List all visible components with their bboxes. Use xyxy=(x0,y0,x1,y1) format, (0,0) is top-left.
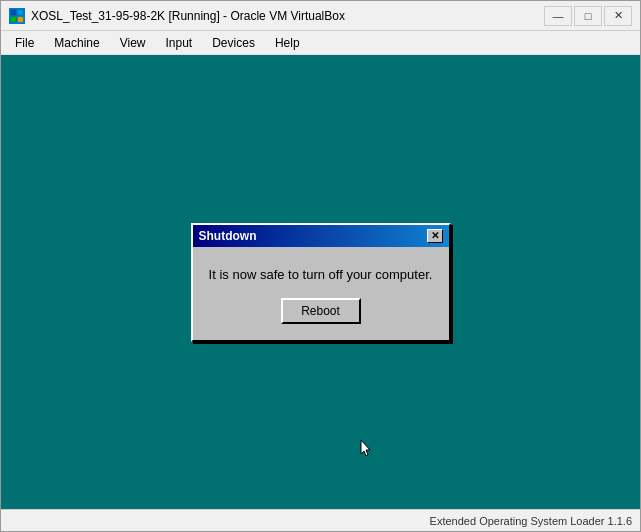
app-icon xyxy=(9,8,25,24)
minimize-button[interactable]: — xyxy=(544,6,572,26)
dialog-message: It is now safe to turn off your computer… xyxy=(209,267,433,282)
status-text: Extended Operating System Loader 1.1.6 xyxy=(430,515,632,527)
shutdown-dialog: Shutdown ✕ It is now safe to turn off yo… xyxy=(191,223,451,342)
close-button[interactable]: ✕ xyxy=(604,6,632,26)
svg-rect-1 xyxy=(18,10,23,15)
svg-rect-3 xyxy=(18,17,23,22)
maximize-button[interactable]: □ xyxy=(574,6,602,26)
vm-screen[interactable]: Shutdown ✕ It is now safe to turn off yo… xyxy=(1,55,640,509)
virtualbox-window: XOSL_Test_31-95-98-2K [Running] - Oracle… xyxy=(0,0,641,532)
window-controls: — □ ✕ xyxy=(544,6,632,26)
dialog-overlay: Shutdown ✕ It is now safe to turn off yo… xyxy=(1,55,640,509)
menu-devices[interactable]: Devices xyxy=(202,32,265,54)
menu-view[interactable]: View xyxy=(110,32,156,54)
dialog-title: Shutdown xyxy=(199,229,423,243)
menu-bar: File Machine View Input Devices Help xyxy=(1,31,640,55)
status-bar: Extended Operating System Loader 1.1.6 xyxy=(1,509,640,531)
dialog-close-button[interactable]: ✕ xyxy=(427,229,443,243)
title-bar: XOSL_Test_31-95-98-2K [Running] - Oracle… xyxy=(1,1,640,31)
svg-rect-2 xyxy=(11,17,16,22)
dialog-body: It is now safe to turn off your computer… xyxy=(193,247,449,340)
menu-input[interactable]: Input xyxy=(156,32,203,54)
menu-machine[interactable]: Machine xyxy=(44,32,109,54)
menu-file[interactable]: File xyxy=(5,32,44,54)
svg-rect-0 xyxy=(11,10,16,15)
menu-help[interactable]: Help xyxy=(265,32,310,54)
reboot-button[interactable]: Reboot xyxy=(281,298,361,324)
window-title: XOSL_Test_31-95-98-2K [Running] - Oracle… xyxy=(31,9,538,23)
dialog-title-bar: Shutdown ✕ xyxy=(193,225,449,247)
